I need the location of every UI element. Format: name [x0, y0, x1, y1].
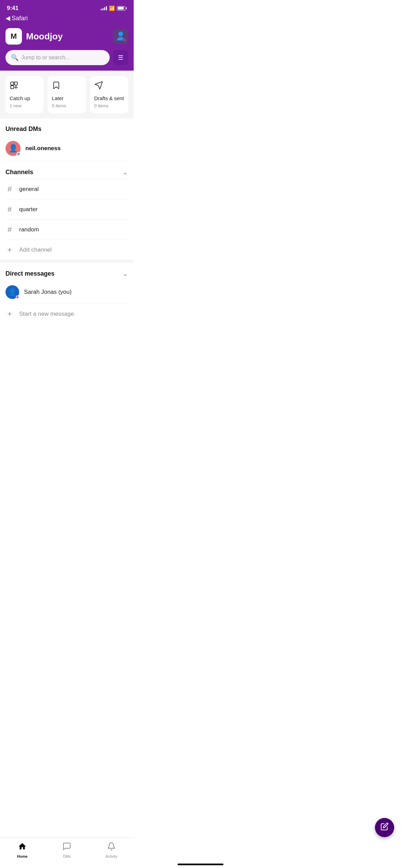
- hash-icon-general: #: [5, 185, 14, 194]
- later-subtitle: 0 items: [52, 103, 82, 108]
- add-channel-icon: +: [5, 245, 14, 254]
- filter-button[interactable]: ☰: [113, 50, 128, 65]
- filter-icon: ☰: [118, 54, 123, 61]
- catchup-title: Catch up: [10, 95, 39, 101]
- search-icon: 🔍: [11, 54, 19, 61]
- add-channel-button[interactable]: + Add channel: [5, 240, 128, 260]
- channel-general[interactable]: # general: [5, 179, 128, 200]
- dm-neil[interactable]: 👤 neil.oneness: [5, 137, 128, 161]
- dms-header[interactable]: Direct messages ⌄: [5, 263, 128, 280]
- safari-back-button[interactable]: ◀ Safari: [5, 14, 128, 22]
- add-channel-label: Add channel: [19, 246, 52, 253]
- channel-quarter-name: quarter: [19, 206, 38, 213]
- sarah-avatar: 👤: [5, 285, 19, 299]
- unread-dms-title: Unread DMs: [5, 125, 128, 133]
- sarah-status-dot: [16, 296, 19, 299]
- later-title: Later: [52, 95, 82, 101]
- avatar-person: [116, 32, 125, 41]
- svg-rect-1: [14, 82, 17, 85]
- start-dm-label: Start a new message: [19, 311, 74, 317]
- app-name: Moodjoy: [26, 31, 63, 42]
- drafts-subtitle: 0 items: [94, 103, 124, 108]
- app-logo: M: [5, 28, 22, 45]
- later-card[interactable]: Later 0 items: [48, 76, 86, 113]
- channels-section: Channels ⌄ # general # quarter # random …: [0, 161, 134, 260]
- hash-icon-quarter: #: [5, 205, 14, 214]
- status-time: 9:41: [7, 5, 19, 12]
- drafts-icon: [94, 81, 124, 92]
- signal-icon: [101, 6, 107, 10]
- sarah-name: Sarah Jonas (you): [24, 289, 72, 296]
- channel-quarter[interactable]: # quarter: [5, 200, 128, 220]
- channel-random-name: random: [19, 226, 39, 233]
- app-header-left: M Moodjoy: [5, 28, 63, 45]
- dm-sarah[interactable]: 👤 Sarah Jonas (you): [5, 280, 128, 304]
- status-bar: 9:41 📶: [0, 0, 134, 14]
- search-input[interactable]: Jump to or search...: [21, 55, 70, 61]
- status-icons: 📶: [101, 5, 127, 11]
- dms-title: Direct messages: [5, 270, 54, 277]
- user-avatar-button[interactable]: [113, 29, 128, 44]
- neil-name: neil.oneness: [25, 145, 61, 152]
- wifi-icon: 📶: [109, 5, 115, 11]
- safari-bar: ◀ Safari: [0, 14, 134, 25]
- dms-chevron-icon: ⌄: [122, 269, 128, 278]
- direct-messages-section: Direct messages ⌄ 👤 Sarah Jonas (you) + …: [0, 260, 134, 325]
- catchup-subtitle: 1 new: [10, 103, 39, 108]
- drafts-title: Drafts & sent: [94, 95, 124, 101]
- start-dm-icon: +: [5, 310, 14, 318]
- channel-random[interactable]: # random: [5, 220, 128, 240]
- search-section: 🔍 Jump to or search... ☰: [0, 50, 134, 71]
- channels-chevron-icon: ⌄: [122, 168, 128, 176]
- channels-header[interactable]: Channels ⌄: [5, 161, 128, 179]
- drafts-card[interactable]: Drafts & sent 0 items: [90, 76, 128, 113]
- svg-marker-3: [95, 82, 102, 89]
- catchup-card[interactable]: Catch up 1 new: [5, 76, 44, 113]
- later-icon: [52, 81, 82, 92]
- svg-rect-2: [11, 86, 14, 89]
- start-new-dm-button[interactable]: + Start a new message: [5, 304, 128, 325]
- search-bar[interactable]: 🔍 Jump to or search...: [5, 50, 110, 65]
- battery-icon: [117, 6, 127, 11]
- svg-rect-0: [11, 82, 14, 85]
- neil-status-dot: [16, 152, 21, 156]
- channel-general-name: general: [19, 186, 39, 193]
- app-header: M Moodjoy: [0, 25, 134, 50]
- channels-title: Channels: [5, 169, 33, 176]
- neil-avatar: 👤: [5, 141, 21, 156]
- quick-cards: Catch up 1 new Later 0 items Drafts & se…: [0, 71, 134, 119]
- unread-dms-section: Unread DMs 👤 neil.oneness: [0, 119, 134, 161]
- catchup-icon: [10, 81, 39, 92]
- hash-icon-random: #: [5, 225, 14, 234]
